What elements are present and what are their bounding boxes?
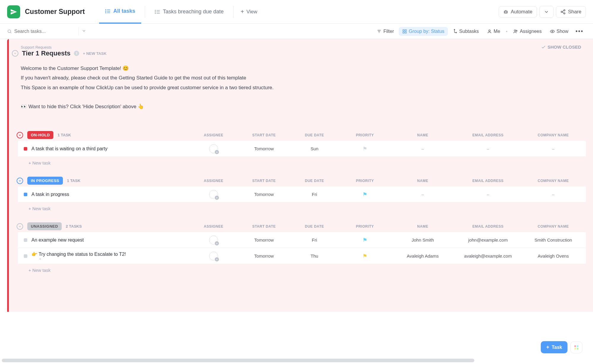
col-due[interactable]: DUE DATE [289, 179, 340, 183]
col-due[interactable]: DUE DATE [289, 224, 340, 229]
status-pill[interactable]: IN PROGRESS [27, 177, 63, 185]
collapse-group-button[interactable] [17, 132, 23, 138]
search-input[interactable] [14, 29, 74, 34]
priority-cell[interactable]: ⚑ [340, 253, 390, 259]
collapse-list-button[interactable] [12, 50, 18, 57]
start-date-cell[interactable]: Tomorrow [239, 192, 289, 197]
tab-all-tasks[interactable]: All tasks [99, 0, 141, 24]
col-name[interactable]: NAME [390, 224, 455, 229]
due-date-cell[interactable]: Sun [289, 146, 340, 151]
search-caret[interactable] [78, 27, 89, 36]
col-company[interactable]: COMPANY NAME [521, 179, 586, 183]
task-row[interactable]: A task in progress Tomorrow Fri ⚑ – – – [18, 186, 586, 202]
col-email[interactable]: EMAIL ADDRESS [455, 133, 521, 137]
company-cell[interactable]: – [521, 192, 586, 197]
due-date-cell[interactable]: Fri [289, 192, 340, 197]
space-name[interactable]: Customer Support [25, 8, 85, 16]
priority-cell[interactable]: ⚑ [340, 146, 390, 152]
task-title[interactable]: A task that is waiting on a third party [31, 146, 107, 151]
assignee-cell[interactable] [188, 144, 239, 153]
new-task-button[interactable]: + New task [18, 157, 586, 169]
company-cell[interactable]: – [521, 146, 586, 151]
assignee-cell[interactable] [188, 236, 239, 245]
folder-name[interactable]: Support Requests [21, 45, 586, 50]
company-cell[interactable]: Avaleigh Ovens [521, 253, 586, 258]
name-cell[interactable]: – [390, 146, 455, 151]
due-date-cell[interactable]: Fri [289, 237, 340, 242]
collapse-group-button[interactable] [17, 178, 23, 184]
list-description[interactable]: Welcome to the Customer Support Template… [9, 61, 586, 123]
show-chip[interactable]: Show [546, 27, 572, 36]
svg-line-20 [562, 12, 564, 13]
task-count: 2 TASKS [66, 224, 82, 229]
assignees-chip[interactable]: Assignees [510, 27, 545, 36]
task-status-square[interactable] [24, 254, 27, 258]
col-priority[interactable]: PRIORITY [340, 179, 390, 183]
me-chip[interactable]: Me [484, 27, 504, 36]
col-name[interactable]: NAME [390, 179, 455, 183]
info-icon[interactable]: i [74, 51, 79, 56]
automate-caret-button[interactable] [539, 6, 554, 18]
add-view-button[interactable]: + View [237, 8, 261, 15]
assignee-cell[interactable] [188, 190, 239, 199]
col-assignee[interactable]: ASSIGNEE [188, 133, 239, 137]
share-button[interactable]: Share [556, 6, 586, 17]
col-start[interactable]: START DATE [239, 224, 289, 229]
content-scroll[interactable]: Support Requests Tier 1 Requests i + NEW… [0, 39, 593, 364]
col-email[interactable]: EMAIL ADDRESS [455, 224, 521, 229]
task-status-square[interactable] [24, 238, 27, 242]
task-title[interactable]: An example new request [31, 237, 84, 243]
status-pill[interactable]: UNASSIGNED [27, 222, 62, 230]
name-cell[interactable]: Avaleigh Adams [390, 253, 455, 258]
due-date-cell[interactable]: Thu [289, 253, 340, 258]
subtasks-chip[interactable]: Subtasks [449, 27, 482, 36]
col-assignee[interactable]: ASSIGNEE [188, 224, 239, 229]
more-button[interactable]: ••• [573, 28, 586, 35]
show-closed-toggle[interactable]: SHOW CLOSED [541, 44, 581, 50]
task-row[interactable]: A task that is waiting on a third party … [18, 141, 586, 157]
name-cell[interactable]: John Smith [390, 237, 455, 242]
task-row[interactable]: An example new request Tomorrow Fri ⚑ Jo… [18, 232, 586, 248]
task-status-square[interactable] [24, 193, 27, 196]
priority-cell[interactable]: ⚑ [340, 191, 390, 198]
apps-button[interactable] [570, 341, 582, 353]
task-title[interactable]: A task in progress [31, 192, 69, 197]
email-cell[interactable]: – [455, 146, 521, 151]
new-task-button[interactable]: + New task [18, 202, 586, 215]
priority-cell[interactable]: ⚑ [340, 237, 390, 243]
col-priority[interactable]: PRIORITY [340, 133, 390, 137]
col-company[interactable]: COMPANY NAME [521, 224, 586, 229]
task-title[interactable]: 👉 Try changing the status to Escalate to… [31, 251, 126, 257]
create-task-button[interactable]: + Task [541, 341, 567, 353]
list-title[interactable]: Tier 1 Requests [22, 50, 70, 57]
start-date-cell[interactable]: Tomorrow [239, 146, 289, 151]
start-date-cell[interactable]: Tomorrow [239, 253, 289, 258]
col-due[interactable]: DUE DATE [289, 133, 340, 137]
new-task-header-button[interactable]: + NEW TASK [83, 51, 106, 56]
status-pill[interactable]: ON-HOLD [27, 131, 53, 139]
col-name[interactable]: NAME [390, 133, 455, 137]
collapse-group-button[interactable] [17, 223, 23, 230]
col-assignee[interactable]: ASSIGNEE [188, 179, 239, 183]
name-cell[interactable]: – [390, 192, 455, 197]
automate-button[interactable]: Automate [499, 6, 537, 17]
new-task-button[interactable]: + New task [18, 264, 586, 276]
groupby-chip[interactable]: Group by: Status [399, 27, 448, 36]
filter-chip[interactable]: Filter [373, 27, 398, 36]
email-cell[interactable]: john@example.com [455, 237, 521, 242]
start-date-cell[interactable]: Tomorrow [239, 237, 289, 242]
task-status-square[interactable] [24, 147, 27, 151]
col-priority[interactable]: PRIORITY [340, 224, 390, 229]
horizontal-scrollbar[interactable] [2, 359, 474, 362]
paper-plane-icon [10, 8, 17, 15]
task-row[interactable]: 👉 Try changing the status to Escalate to… [18, 248, 586, 264]
company-cell[interactable]: Smith Construction [521, 237, 586, 242]
email-cell[interactable]: – [455, 192, 521, 197]
col-start[interactable]: START DATE [239, 179, 289, 183]
tab-breaching[interactable]: Tasks breaching due date [149, 0, 230, 24]
col-start[interactable]: START DATE [239, 133, 289, 137]
assignee-cell[interactable] [188, 252, 239, 261]
col-company[interactable]: COMPANY NAME [521, 133, 586, 137]
col-email[interactable]: EMAIL ADDRESS [455, 179, 521, 183]
email-cell[interactable]: avaleigh@example.com [455, 253, 521, 258]
